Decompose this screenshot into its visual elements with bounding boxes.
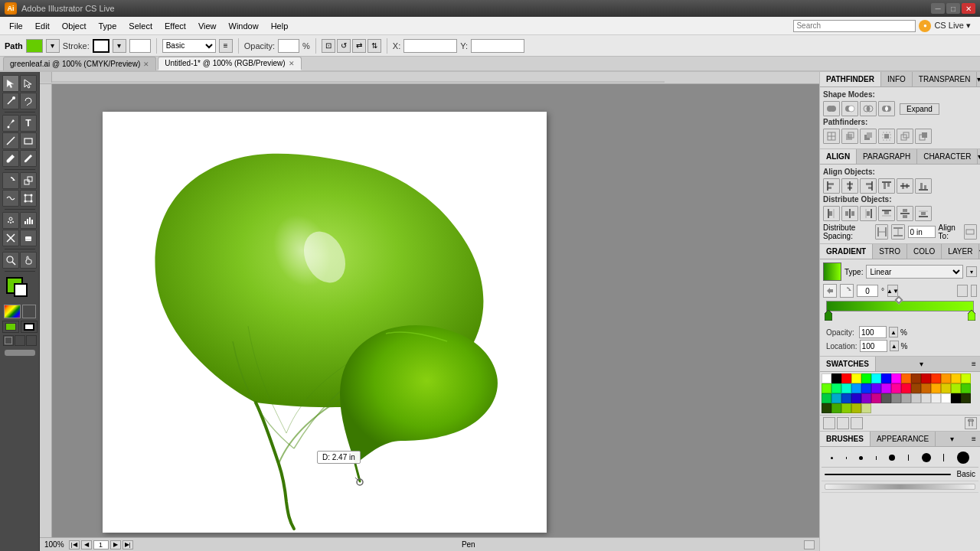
swatch-cell-8[interactable] — [901, 373, 911, 383]
appearance-tab[interactable]: APPEARANCE — [871, 432, 936, 446]
gradient-preview-swatch[interactable] — [823, 262, 841, 281]
tab-greenleaf-close[interactable]: ✕ — [143, 60, 149, 68]
gradient-type-select[interactable]: Linear Radial — [866, 265, 963, 279]
maximize-button[interactable]: □ — [946, 3, 960, 14]
divide-btn[interactable] — [823, 129, 840, 144]
drawing-mode-btn[interactable] — [15, 335, 25, 346]
gradient-tab[interactable]: GRADIENT — [820, 244, 873, 259]
title-bar-controls[interactable]: ─ □ ✕ — [931, 3, 975, 14]
dist-top-btn[interactable] — [878, 206, 895, 221]
symbol-sprayer-btn[interactable] — [2, 212, 19, 229]
gradient-collapse-btn[interactable] — [971, 285, 977, 297]
dist-spacing-h-btn[interactable] — [875, 224, 888, 240]
menu-window[interactable]: Window — [223, 19, 265, 33]
brushes-tab[interactable]: BRUSHES — [820, 432, 871, 446]
dist-center-h-btn[interactable] — [841, 206, 858, 221]
pencil-btn[interactable] — [20, 150, 37, 167]
style-options-btn[interactable]: ≡ — [219, 39, 233, 53]
gradient-stop-left[interactable] — [825, 310, 832, 322]
y-input[interactable]: 4.4722 in — [471, 39, 524, 53]
angle-input[interactable] — [857, 285, 878, 297]
background-color[interactable] — [14, 283, 28, 297]
next-page-btn[interactable]: ▶ — [110, 540, 121, 549]
swatch-cell-5[interactable] — [871, 373, 881, 383]
new-swatch-btn[interactable] — [823, 417, 835, 429]
location-stepper[interactable]: ▲ — [890, 341, 899, 351]
screen-mode-btn[interactable] — [26, 335, 37, 346]
align-center-v-btn[interactable] — [897, 178, 913, 194]
menu-view[interactable]: View — [192, 19, 223, 33]
align-top-btn[interactable] — [878, 178, 895, 194]
menu-file[interactable]: File — [3, 19, 29, 33]
swatch-cell-30[interactable] — [822, 393, 831, 403]
swatches-collapse[interactable]: ▾ — [916, 358, 928, 370]
minimize-toolbar-btn[interactable] — [5, 350, 35, 356]
type-tool-btn[interactable]: T — [20, 115, 37, 132]
magic-wand-btn[interactable] — [2, 93, 19, 109]
swatch-cell-48[interactable] — [851, 403, 861, 413]
swatch-cell-10[interactable] — [921, 373, 931, 383]
swatch-cell-40[interactable] — [921, 393, 931, 403]
swatch-cell-35[interactable] — [871, 393, 881, 403]
zoom-btn[interactable] — [2, 252, 19, 269]
exclude-btn[interactable] — [878, 101, 895, 116]
opacity-input[interactable]: 100 — [278, 39, 299, 53]
stroke-color-swatch[interactable] — [93, 39, 109, 53]
gradient-bar[interactable] — [826, 301, 974, 311]
paintbrush-btn[interactable] — [2, 150, 19, 167]
intersect-btn[interactable] — [860, 101, 877, 116]
brush-dash-1[interactable] — [846, 457, 847, 459]
slice-btn[interactable] — [2, 230, 19, 246]
crop-btn[interactable] — [878, 129, 895, 144]
swatch-cell-6[interactable] — [881, 373, 891, 383]
swatches-tab[interactable]: SWATCHES — [820, 357, 876, 371]
character-tab[interactable]: CHARACTER — [917, 149, 978, 164]
flip-v-icon[interactable]: ⇅ — [368, 39, 381, 53]
stroke-indicator[interactable] — [21, 321, 38, 333]
search-input[interactable] — [793, 20, 916, 32]
stroke-tab[interactable]: STRO — [873, 244, 907, 259]
align-center-h-btn[interactable] — [841, 178, 858, 194]
swatch-cell-32[interactable] — [841, 393, 851, 403]
minus-front-btn[interactable] — [841, 101, 858, 116]
scroll-right-btn[interactable] — [804, 540, 815, 549]
swatch-cell-27[interactable] — [941, 383, 951, 393]
swatch-cell-24[interactable] — [911, 383, 921, 393]
tab-greenleaf[interactable]: greenleaf.ai @ 100% (CMYK/Preview) ✕ — [3, 57, 156, 70]
swatch-cell-18[interactable] — [851, 383, 861, 393]
brush-dash-4[interactable] — [943, 454, 944, 461]
brushes-menu[interactable]: ≡ — [968, 433, 980, 445]
swatch-cell-37[interactable] — [891, 393, 901, 403]
menu-type[interactable]: Type — [93, 19, 123, 33]
align-left-btn[interactable] — [823, 178, 840, 194]
menu-effect[interactable]: Effect — [158, 19, 192, 33]
swatch-cell-15[interactable] — [822, 383, 831, 393]
swatch-cell-45[interactable] — [822, 403, 831, 413]
brush-dash-2[interactable] — [876, 456, 877, 460]
eraser-btn[interactable] — [20, 230, 37, 246]
rect-tool-btn[interactable] — [20, 132, 37, 149]
gradient-reverse-btn[interactable] — [823, 284, 837, 298]
dist-center-v-btn[interactable] — [897, 206, 913, 221]
warp-btn[interactable] — [2, 190, 19, 207]
color-tab[interactable]: COLO — [907, 244, 942, 259]
menu-select[interactable]: Select — [122, 19, 158, 33]
swatch-cell-43[interactable] — [951, 393, 961, 403]
swatch-library-btn[interactable] — [851, 417, 863, 429]
swatch-cell-25[interactable] — [921, 383, 931, 393]
dist-left-btn[interactable] — [823, 206, 840, 221]
swatch-cell-26[interactable] — [931, 383, 941, 393]
x-input[interactable]: 5.4722 in — [403, 39, 457, 53]
scale-btn[interactable] — [20, 172, 37, 189]
swatch-cell-23[interactable] — [901, 383, 911, 393]
column-graph-btn[interactable] — [20, 212, 37, 229]
dist-right-btn[interactable] — [860, 206, 877, 221]
direct-selection-btn[interactable] — [20, 75, 37, 92]
color-mode-btn[interactable] — [4, 305, 21, 318]
paragraph-tab[interactable]: PARAGRAPH — [857, 149, 917, 164]
line-tool-btn[interactable] — [2, 132, 19, 149]
dist-bottom-btn[interactable] — [915, 206, 932, 221]
trim-btn[interactable] — [841, 129, 858, 144]
expand-btn[interactable]: Expand — [900, 103, 939, 115]
swatch-cell-42[interactable] — [941, 393, 951, 403]
